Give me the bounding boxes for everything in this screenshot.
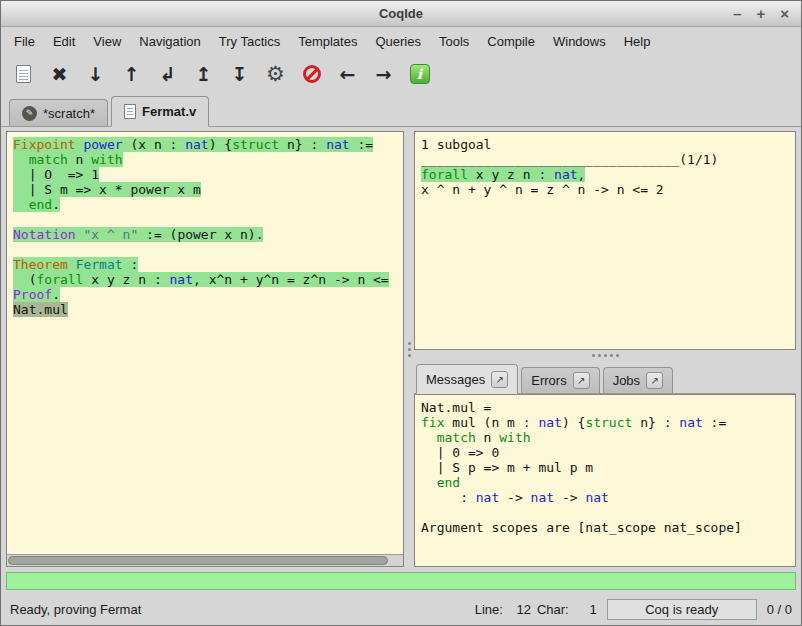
toolbar: ✖↓↑↲↥↧⚙←→i	[1, 55, 801, 93]
gear-icon: ⚙	[266, 64, 285, 85]
arrow-top-icon: ↥	[196, 65, 212, 84]
menu-item-view[interactable]: View	[84, 29, 130, 54]
tab-fermat[interactable]: Fermat.v	[111, 96, 209, 127]
code-line: match n with	[13, 152, 397, 167]
progress-area	[1, 569, 801, 593]
tab-label: Errors	[531, 373, 566, 388]
close-button[interactable]: ×	[780, 6, 789, 21]
goals-panel[interactable]: 1 subgoal_______________________________…	[414, 131, 796, 350]
arrow-return-icon: ↲	[160, 65, 176, 84]
backward-one-command-button[interactable]: ↑	[117, 60, 146, 88]
menu-item-help[interactable]: Help	[615, 29, 660, 54]
menu-item-edit[interactable]: Edit	[44, 29, 84, 54]
code-line: | O => 1	[13, 167, 397, 182]
code-line: end	[421, 475, 789, 490]
code-line: : nat -> nat -> nat	[421, 490, 789, 505]
code-line: Nat.mul	[13, 302, 397, 317]
arrow-up-icon: ↑	[124, 65, 140, 84]
code-line: Argument scopes are [nat_scope nat_scope…	[421, 520, 789, 535]
coq-status-indicator: Coq is ready	[607, 599, 757, 620]
code-line: forall x y z n : nat,	[421, 167, 789, 182]
restart-to-start-button[interactable]: ↥	[189, 60, 218, 88]
detach-icon[interactable]	[573, 372, 590, 389]
tab-errors[interactable]: Errors	[521, 367, 599, 393]
code-line: Theorem Fermat :	[13, 257, 397, 272]
char-value: 1	[575, 602, 597, 617]
code-line: end.	[13, 197, 397, 212]
tab-scratch[interactable]: *scratch*	[9, 99, 108, 126]
menu-item-file[interactable]: File	[5, 29, 44, 54]
code-line	[13, 212, 397, 227]
tab-label: *scratch*	[43, 106, 95, 121]
interrupt-button[interactable]	[297, 60, 326, 88]
script-code: Fixpoint power (x n : nat) {struct n} : …	[7, 132, 403, 554]
console-tabbar: Messages Errors Jobs	[414, 361, 796, 394]
minimize-button[interactable]: –	[733, 6, 741, 21]
previous-occurrence-button[interactable]: ←	[333, 60, 362, 88]
menu-item-tools[interactable]: Tools	[430, 29, 478, 54]
code-line: | 0 => 0	[421, 445, 789, 460]
fully-check-document-button[interactable]: ⚙	[261, 60, 290, 88]
statusbar: Ready, proving Fermat Line: 12 Char: 1 C…	[1, 593, 801, 625]
arrow-bottom-icon: ↧	[232, 65, 248, 84]
go-to-cursor-button[interactable]: ↲	[153, 60, 182, 88]
window-title: CoqIde	[379, 6, 423, 21]
horizontal-splitter[interactable]	[414, 350, 796, 361]
menu-item-templates[interactable]: Templates	[289, 29, 366, 54]
save-button[interactable]	[9, 60, 38, 88]
menu-item-queries[interactable]: Queries	[366, 29, 430, 54]
code-line: | S p => m + mul p m	[421, 460, 789, 475]
doc-icon	[16, 65, 31, 83]
tab-label: Fermat.v	[142, 104, 196, 119]
about-button[interactable]: i	[405, 60, 434, 88]
close-buffer-button[interactable]: ✖	[45, 60, 74, 88]
forward-one-command-button[interactable]: ↓	[81, 60, 110, 88]
code-line: (forall x y z n : nat, x^n + y^n = z^n -…	[13, 272, 397, 287]
code-line: Notation "x ^ n" := (power x n).	[13, 227, 397, 242]
info-icon: i	[410, 64, 430, 84]
code-line: _________________________________(1/1)	[421, 152, 789, 167]
document-icon	[124, 104, 136, 119]
horizontal-scrollbar[interactable]	[7, 554, 403, 566]
statusbar-right: Line: 12 Char: 1 Coq is ready 0 / 0	[475, 599, 792, 620]
right-column: 1 subgoal_______________________________…	[414, 131, 796, 567]
code-line: match n with	[421, 430, 789, 445]
close-icon: ✖	[52, 65, 68, 84]
goals-code: 1 subgoal_______________________________…	[415, 132, 795, 202]
messages-panel[interactable]: Nat.mul =fix mul (n m : nat) {struct n} …	[414, 394, 796, 567]
scratch-pencil-icon	[22, 106, 37, 121]
status-message: Ready, proving Fermat	[10, 602, 141, 617]
arrow-right-icon: →	[376, 65, 392, 84]
detach-icon[interactable]	[646, 372, 663, 389]
next-occurrence-button[interactable]: →	[369, 60, 398, 88]
arrow-left-icon: ←	[340, 65, 356, 84]
vertical-splitter[interactable]	[404, 131, 414, 567]
progress-bar	[6, 572, 796, 590]
tab-jobs[interactable]: Jobs	[603, 367, 673, 393]
arrow-down-icon: ↓	[88, 65, 104, 84]
code-line: x ^ n + y ^ n = z ^ n -> n <= 2	[421, 182, 789, 197]
titlebar[interactable]: CoqIde – + ×	[1, 1, 801, 27]
go-to-end-button[interactable]: ↧	[225, 60, 254, 88]
splitter-handle-icon	[604, 354, 607, 357]
char-label: Char:	[537, 602, 569, 617]
code-line	[421, 505, 789, 520]
code-line: fix mul (n m : nat) {struct n} : nat :=	[421, 415, 789, 430]
tab-messages[interactable]: Messages	[416, 364, 518, 394]
code-line: Nat.mul =	[421, 400, 789, 415]
scrollbar-thumb[interactable]	[8, 556, 388, 565]
code-line	[13, 242, 397, 257]
code-line: Fixpoint power (x n : nat) {struct n} : …	[13, 137, 397, 152]
menu-item-try-tactics[interactable]: Try Tactics	[210, 29, 289, 54]
menu-item-compile[interactable]: Compile	[478, 29, 544, 54]
maximize-button[interactable]: +	[756, 6, 765, 21]
line-label: Line:	[475, 602, 503, 617]
menu-item-windows[interactable]: Windows	[544, 29, 615, 54]
menubar: FileEditViewNavigationTry TacticsTemplat…	[1, 27, 801, 55]
menu-item-navigation[interactable]: Navigation	[130, 29, 209, 54]
tab-label: Jobs	[613, 373, 640, 388]
stop-icon	[303, 65, 321, 83]
tabbar: *scratch* Fermat.v	[1, 93, 801, 127]
detach-icon[interactable]	[491, 371, 508, 388]
script-editor[interactable]: Fixpoint power (x n : nat) {struct n} : …	[6, 131, 404, 567]
